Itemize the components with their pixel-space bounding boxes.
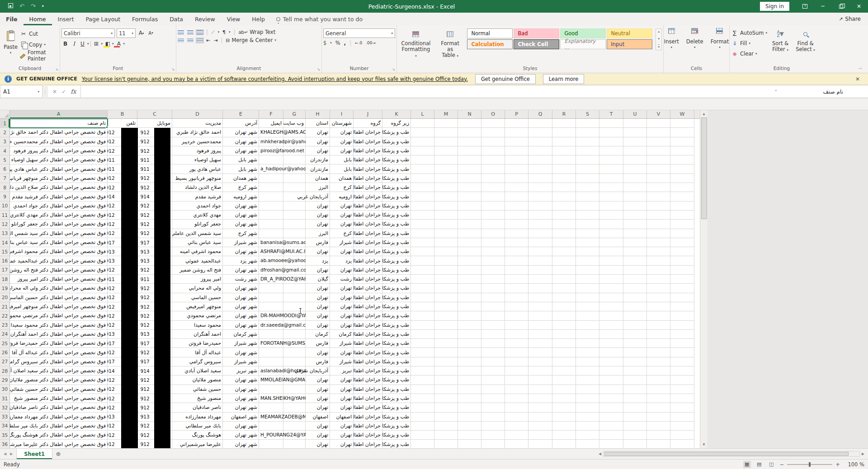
- row-header-6[interactable]: 6: [0, 164, 10, 174]
- cell-J36[interactable]: جراحان اطفال: [354, 440, 382, 448]
- clear-button[interactable]: ◆Clear ▾: [731, 49, 767, 59]
- column-header-L[interactable]: L: [411, 110, 434, 118]
- cell-H29[interactable]: تهران: [306, 375, 330, 385]
- cell-L[interactable]: [411, 247, 434, 256]
- cell-U[interactable]: [623, 119, 647, 128]
- cell-O[interactable]: [481, 311, 505, 320]
- row-header-24[interactable]: 24: [0, 330, 10, 339]
- cell-D2[interactable]: احمد خالق نژاد طبري: [172, 128, 223, 137]
- column-header-D[interactable]: D: [172, 110, 223, 118]
- text-direction-icon[interactable]: ¶: [222, 29, 226, 35]
- cell-I17[interactable]: تهران: [330, 266, 354, 275]
- cell-T[interactable]: [599, 440, 623, 448]
- row-header-4[interactable]: 4: [0, 146, 10, 155]
- cell-F23[interactable]: dr.saeeda@gmail.co: [259, 321, 283, 330]
- cell-W[interactable]: [670, 284, 694, 293]
- cell-H24[interactable]: كرمان: [306, 330, 330, 339]
- tab-help[interactable]: Help: [246, 13, 271, 25]
- cell-E26[interactable]: شهر تهران: [223, 348, 259, 357]
- cell-W[interactable]: [670, 119, 694, 128]
- cell-A13[interactable]: فوق تخصص جراحي اطفال دكتر سيد شمس الدين …: [10, 229, 108, 238]
- cell-V[interactable]: [647, 164, 670, 174]
- cell-O[interactable]: [481, 238, 505, 247]
- cell-Q[interactable]: [528, 211, 552, 220]
- cell-J17[interactable]: جراحان اطفال: [354, 266, 382, 275]
- cell-L[interactable]: [411, 266, 434, 275]
- cell-I19[interactable]: تهران: [330, 284, 354, 293]
- cell-J8[interactable]: جراحان اطفال: [354, 183, 382, 192]
- cell-T[interactable]: [599, 238, 623, 247]
- cell-J34[interactable]: جراحان اطفال: [354, 422, 382, 431]
- column-header-A[interactable]: A: [10, 110, 108, 118]
- cell-J13[interactable]: جراحان اطفال: [354, 229, 382, 238]
- cell-P[interactable]: [505, 431, 528, 440]
- cell-I28[interactable]: تبريز: [330, 366, 354, 375]
- cell-J2[interactable]: جراحان اطفال: [354, 128, 382, 137]
- cell-O[interactable]: [481, 375, 505, 385]
- cell-U[interactable]: [623, 403, 647, 412]
- cell-J20[interactable]: جراحان اطفال: [354, 293, 382, 302]
- cell-T[interactable]: [599, 128, 623, 137]
- cell-P[interactable]: [505, 211, 528, 220]
- cell-N[interactable]: [458, 146, 481, 155]
- row-header-18[interactable]: 18: [0, 275, 10, 284]
- cell-H26[interactable]: تهران: [306, 348, 330, 357]
- cell-E29[interactable]: شهر تهران: [223, 375, 259, 385]
- cell-P[interactable]: [505, 440, 528, 448]
- cell-K25[interactable]: طب و پزشکان: [382, 339, 411, 348]
- cell-W[interactable]: [670, 330, 694, 339]
- cell-I8[interactable]: كرج: [330, 183, 354, 192]
- cell-E7[interactable]: شهر همدان: [223, 174, 259, 183]
- normal-view-icon[interactable]: ▦: [743, 461, 751, 468]
- cell-R[interactable]: [552, 229, 576, 238]
- cell-E35[interactable]: شهر تهران: [223, 431, 259, 440]
- new-sheet-icon[interactable]: ⊕: [52, 449, 64, 459]
- row-header-7[interactable]: 7: [0, 174, 10, 183]
- cell-W[interactable]: [670, 348, 694, 357]
- cell-U[interactable]: [623, 366, 647, 375]
- minimize-icon[interactable]: ─: [814, 0, 832, 13]
- cell-G19[interactable]: [283, 284, 306, 293]
- cell-S[interactable]: [576, 266, 599, 275]
- cell-N[interactable]: [458, 413, 481, 422]
- cell-K2[interactable]: طب و پزشکان: [382, 128, 411, 137]
- cell-R[interactable]: [552, 431, 576, 440]
- cell-L[interactable]: [411, 192, 434, 201]
- cell-M[interactable]: [434, 229, 458, 238]
- cell-M[interactable]: [434, 357, 458, 366]
- cell-T[interactable]: [599, 220, 623, 229]
- cell-U[interactable]: [623, 311, 647, 320]
- cell-M[interactable]: [434, 137, 458, 146]
- cell-I12[interactable]: تهران: [330, 220, 354, 229]
- cell-R[interactable]: [552, 128, 576, 137]
- cell-P[interactable]: [505, 174, 528, 183]
- fill-handle[interactable]: [106, 126, 108, 128]
- cell-R[interactable]: [552, 440, 576, 448]
- close-icon[interactable]: ✕: [850, 0, 868, 13]
- cell-S[interactable]: [576, 119, 599, 128]
- cell-T[interactable]: [599, 431, 623, 440]
- cell-H36[interactable]: تهران: [306, 440, 330, 448]
- cell-F9[interactable]: [259, 192, 283, 201]
- cell-T[interactable]: [599, 155, 623, 164]
- cell-V[interactable]: [647, 385, 670, 394]
- cell-I20[interactable]: تهران: [330, 293, 354, 302]
- row-header-13[interactable]: 13: [0, 229, 10, 238]
- row-header-27[interactable]: 27: [0, 357, 10, 366]
- cell-L[interactable]: [411, 137, 434, 146]
- cell-A27[interactable]: فوق تخصص جراحي اطفال دكتر سيروس گرامي: [10, 357, 108, 366]
- cell-F24[interactable]: [259, 330, 283, 339]
- cell-V[interactable]: [647, 394, 670, 403]
- cell-R[interactable]: [552, 174, 576, 183]
- share-button[interactable]: ↗ Share: [831, 13, 868, 25]
- column-header-N[interactable]: N: [458, 110, 481, 118]
- cell-I3[interactable]: تهران: [330, 137, 354, 146]
- cell-L[interactable]: [411, 220, 434, 229]
- cell-F31[interactable]: MAN.SHEIKH@YAHO: [259, 394, 283, 403]
- cell-E34[interactable]: شهر تهران: [223, 422, 259, 431]
- cell-L[interactable]: [411, 128, 434, 137]
- cell-V[interactable]: [647, 275, 670, 284]
- decrease-decimal-icon[interactable]: .00→: [366, 41, 376, 45]
- cell-style-normal[interactable]: Normal: [467, 28, 513, 38]
- cell-L[interactable]: [411, 357, 434, 366]
